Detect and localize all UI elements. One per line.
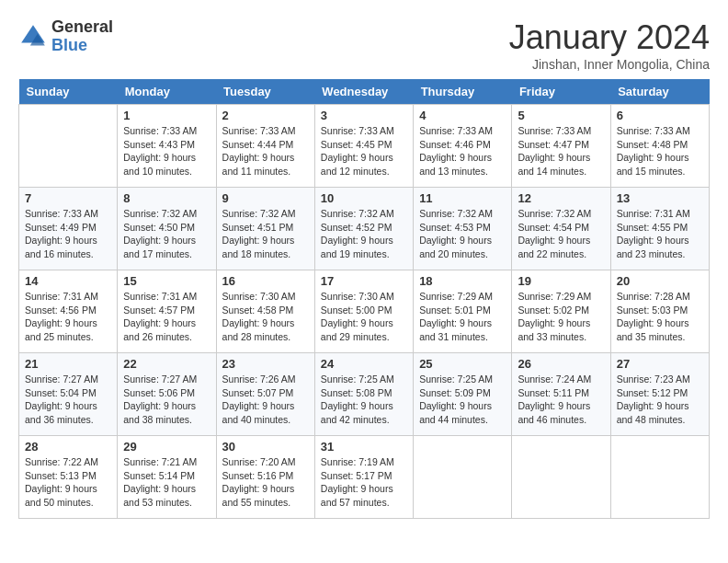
day-info: Sunrise: 7:32 AM Sunset: 4:52 PM Dayligh… [321, 207, 407, 261]
day-number: 24 [321, 357, 407, 371]
day-number: 3 [321, 109, 407, 122]
day-number: 28 [25, 440, 111, 454]
day-info: Sunrise: 7:32 AM Sunset: 4:53 PM Dayligh… [419, 207, 506, 261]
day-number: 29 [123, 440, 210, 454]
day-number: 10 [321, 191, 407, 205]
calendar-day: 31 Sunrise: 7:19 AM Sunset: 5:17 PM Dayl… [314, 436, 413, 519]
day-info: Sunrise: 7:32 AM Sunset: 4:50 PM Dayligh… [123, 207, 210, 261]
calendar-day: 30 Sunrise: 7:20 AM Sunset: 5:16 PM Dayl… [216, 436, 314, 519]
calendar-day: 5 Sunrise: 7:33 AM Sunset: 4:47 PM Dayli… [512, 105, 610, 188]
calendar-body: 1 Sunrise: 7:33 AM Sunset: 4:43 PM Dayli… [19, 105, 710, 519]
day-number: 21 [25, 357, 111, 371]
day-number: 20 [617, 274, 703, 288]
day-number: 18 [419, 274, 506, 288]
month-title: January 2024 [509, 18, 710, 57]
calendar-day: 16 Sunrise: 7:30 AM Sunset: 4:58 PM Dayl… [216, 270, 314, 353]
day-info: Sunrise: 7:24 AM Sunset: 5:11 PM Dayligh… [518, 373, 604, 427]
calendar-day: 12 Sunrise: 7:32 AM Sunset: 4:54 PM Dayl… [512, 188, 610, 270]
day-info: Sunrise: 7:31 AM Sunset: 4:57 PM Dayligh… [123, 290, 210, 344]
calendar-table: Sunday Monday Tuesday Wednesday Thursday… [18, 79, 710, 519]
day-number: 22 [123, 357, 210, 371]
calendar-day: 26 Sunrise: 7:24 AM Sunset: 5:11 PM Dayl… [512, 353, 610, 436]
day-info: Sunrise: 7:19 AM Sunset: 5:17 PM Dayligh… [321, 455, 407, 510]
day-info: Sunrise: 7:33 AM Sunset: 4:49 PM Dayligh… [25, 207, 111, 261]
calendar-day [512, 436, 610, 519]
calendar-day: 24 Sunrise: 7:25 AM Sunset: 5:08 PM Dayl… [314, 353, 413, 436]
calendar-day: 6 Sunrise: 7:33 AM Sunset: 4:48 PM Dayli… [610, 105, 709, 188]
day-info: Sunrise: 7:30 AM Sunset: 5:00 PM Dayligh… [321, 290, 407, 344]
col-thursday: Thursday [414, 79, 512, 105]
day-info: Sunrise: 7:33 AM Sunset: 4:45 PM Dayligh… [321, 124, 407, 178]
logo-text: General Blue [51, 18, 113, 55]
col-monday: Monday [118, 79, 216, 105]
day-info: Sunrise: 7:27 AM Sunset: 5:04 PM Dayligh… [25, 373, 111, 427]
calendar-day: 8 Sunrise: 7:32 AM Sunset: 4:50 PM Dayli… [118, 188, 216, 270]
col-tuesday: Tuesday [216, 79, 314, 105]
calendar-day: 20 Sunrise: 7:28 AM Sunset: 5:03 PM Dayl… [610, 270, 709, 353]
day-info: Sunrise: 7:25 AM Sunset: 5:09 PM Dayligh… [419, 373, 506, 427]
calendar-day: 14 Sunrise: 7:31 AM Sunset: 4:56 PM Dayl… [19, 270, 118, 353]
calendar-day: 7 Sunrise: 7:33 AM Sunset: 4:49 PM Dayli… [19, 188, 118, 270]
calendar-day: 11 Sunrise: 7:32 AM Sunset: 4:53 PM Dayl… [414, 188, 512, 270]
day-number: 8 [123, 191, 210, 205]
calendar-day: 21 Sunrise: 7:27 AM Sunset: 5:04 PM Dayl… [19, 353, 118, 436]
day-info: Sunrise: 7:20 AM Sunset: 5:16 PM Dayligh… [222, 455, 309, 510]
day-number: 27 [617, 357, 703, 371]
day-number: 14 [25, 274, 111, 288]
calendar-day: 3 Sunrise: 7:33 AM Sunset: 4:45 PM Dayli… [314, 105, 413, 188]
calendar-day: 1 Sunrise: 7:33 AM Sunset: 4:43 PM Dayli… [118, 105, 216, 188]
day-number: 30 [222, 440, 309, 454]
logo-general-text: General [51, 18, 113, 37]
calendar-day: 17 Sunrise: 7:30 AM Sunset: 5:00 PM Dayl… [314, 270, 413, 353]
day-info: Sunrise: 7:29 AM Sunset: 5:02 PM Dayligh… [518, 290, 604, 344]
day-info: Sunrise: 7:30 AM Sunset: 4:58 PM Dayligh… [222, 290, 309, 344]
day-number: 12 [518, 191, 604, 205]
calendar-day: 2 Sunrise: 7:33 AM Sunset: 4:44 PM Dayli… [216, 105, 314, 188]
day-number: 13 [617, 191, 703, 205]
day-number: 15 [123, 274, 210, 288]
calendar-day: 22 Sunrise: 7:27 AM Sunset: 5:06 PM Dayl… [118, 353, 216, 436]
logo-icon [18, 22, 48, 52]
day-info: Sunrise: 7:33 AM Sunset: 4:44 PM Dayligh… [222, 124, 309, 178]
calendar-day: 4 Sunrise: 7:33 AM Sunset: 4:46 PM Dayli… [414, 105, 512, 188]
day-info: Sunrise: 7:32 AM Sunset: 4:51 PM Dayligh… [222, 207, 309, 261]
day-number: 1 [123, 109, 210, 122]
calendar-day [414, 436, 512, 519]
day-number: 23 [222, 357, 309, 371]
day-number: 17 [321, 274, 407, 288]
logo-blue-text: Blue [51, 37, 113, 55]
page-header: General Blue January 2024 Jinshan, Inner… [18, 18, 710, 72]
day-info: Sunrise: 7:31 AM Sunset: 4:56 PM Dayligh… [25, 290, 111, 344]
calendar-day: 18 Sunrise: 7:29 AM Sunset: 5:01 PM Dayl… [414, 270, 512, 353]
day-info: Sunrise: 7:26 AM Sunset: 5:07 PM Dayligh… [222, 373, 309, 427]
calendar-week-2: 7 Sunrise: 7:33 AM Sunset: 4:49 PM Dayli… [19, 188, 710, 270]
day-info: Sunrise: 7:28 AM Sunset: 5:03 PM Dayligh… [617, 290, 703, 344]
col-sunday: Sunday [19, 79, 118, 105]
calendar-day: 28 Sunrise: 7:22 AM Sunset: 5:13 PM Dayl… [19, 436, 118, 519]
calendar-week-1: 1 Sunrise: 7:33 AM Sunset: 4:43 PM Dayli… [19, 105, 710, 188]
day-number: 16 [222, 274, 309, 288]
day-number: 4 [419, 109, 506, 122]
location-subtitle: Jinshan, Inner Mongolia, China [509, 57, 710, 72]
day-info: Sunrise: 7:23 AM Sunset: 5:12 PM Dayligh… [617, 373, 703, 427]
calendar-day [610, 436, 709, 519]
calendar-week-5: 28 Sunrise: 7:22 AM Sunset: 5:13 PM Dayl… [19, 436, 710, 519]
day-info: Sunrise: 7:22 AM Sunset: 5:13 PM Dayligh… [25, 455, 111, 510]
calendar-day: 9 Sunrise: 7:32 AM Sunset: 4:51 PM Dayli… [216, 188, 314, 270]
calendar-week-4: 21 Sunrise: 7:27 AM Sunset: 5:04 PM Dayl… [19, 353, 710, 436]
day-number: 26 [518, 357, 604, 371]
col-saturday: Saturday [610, 79, 709, 105]
day-info: Sunrise: 7:33 AM Sunset: 4:48 PM Dayligh… [617, 124, 703, 178]
day-number: 9 [222, 191, 309, 205]
calendar-day: 29 Sunrise: 7:21 AM Sunset: 5:14 PM Dayl… [118, 436, 216, 519]
calendar-day: 19 Sunrise: 7:29 AM Sunset: 5:02 PM Dayl… [512, 270, 610, 353]
day-info: Sunrise: 7:33 AM Sunset: 4:47 PM Dayligh… [518, 124, 604, 178]
calendar-day: 13 Sunrise: 7:31 AM Sunset: 4:55 PM Dayl… [610, 188, 709, 270]
day-info: Sunrise: 7:33 AM Sunset: 4:46 PM Dayligh… [419, 124, 506, 178]
calendar-day: 10 Sunrise: 7:32 AM Sunset: 4:52 PM Dayl… [314, 188, 413, 270]
day-number: 25 [419, 357, 506, 371]
calendar-day: 15 Sunrise: 7:31 AM Sunset: 4:57 PM Dayl… [118, 270, 216, 353]
day-number: 6 [617, 109, 703, 122]
day-info: Sunrise: 7:32 AM Sunset: 4:54 PM Dayligh… [518, 207, 604, 261]
day-info: Sunrise: 7:21 AM Sunset: 5:14 PM Dayligh… [123, 455, 210, 510]
